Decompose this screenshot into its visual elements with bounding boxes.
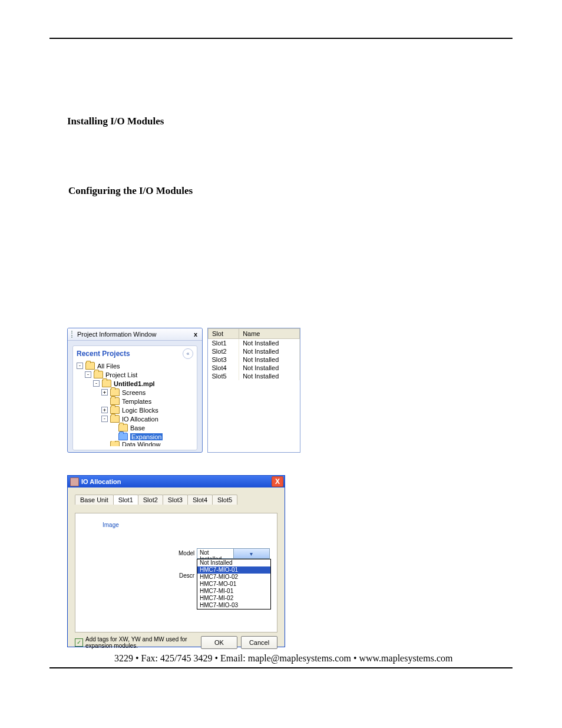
piw-pane: Recent Projects « -All Files-Project Lis… xyxy=(72,345,197,450)
tree-item[interactable]: -Project List xyxy=(77,370,193,379)
folder-icon xyxy=(118,424,128,431)
tab-panel: Image Model Descr Not Installed ▾ Not In… xyxy=(75,513,277,633)
tree-item-label: All Files xyxy=(97,363,120,370)
group-image-label: Image xyxy=(103,522,119,528)
tab-base-unit[interactable]: Base Unit xyxy=(75,495,114,505)
tree-item[interactable]: -All Files xyxy=(77,361,193,370)
heading-configuring: Configuring the I/O Modules xyxy=(68,185,193,197)
dropdown-option[interactable]: Not Installed xyxy=(197,559,270,566)
tree-item-label: Templates xyxy=(122,398,151,405)
heading-installing: Installing I/O Modules xyxy=(67,116,164,127)
tree-item-label: Logic Blocks xyxy=(122,407,158,414)
folder-icon xyxy=(110,441,120,446)
collapse-icon[interactable]: « xyxy=(183,348,193,359)
cell-name: Not Installed xyxy=(239,355,300,364)
tree-item-label: Screens xyxy=(122,389,146,396)
rule-bottom xyxy=(49,667,513,668)
addtags-label: Add tags for XW, YW and MW used for expa… xyxy=(85,636,197,649)
tree-item[interactable]: Expansion xyxy=(77,432,193,441)
collapse-icon[interactable]: - xyxy=(93,380,100,387)
model-select-value: Not Installed xyxy=(197,549,233,558)
table-row[interactable]: Slot2Not Installed xyxy=(209,347,300,355)
tree-item[interactable]: +Screens xyxy=(77,388,193,397)
description-label: Descr xyxy=(179,572,194,579)
close-icon[interactable]: x xyxy=(191,331,200,338)
grip-icon xyxy=(71,331,75,338)
folder-icon xyxy=(94,371,103,378)
tab-slot2[interactable]: Slot2 xyxy=(138,495,163,505)
toggle-spacer xyxy=(110,424,116,431)
model-select[interactable]: Not Installed ▾ xyxy=(197,548,270,559)
folder-icon xyxy=(110,397,120,405)
cell-name: Not Installed xyxy=(239,347,300,355)
table-row[interactable]: Slot3Not Installed xyxy=(209,355,300,364)
model-label: Model xyxy=(178,550,194,556)
slot-list-window: Slot Name Slot1Not InstalledSlot2Not Ins… xyxy=(207,328,300,453)
folder-icon xyxy=(110,406,120,414)
cell-name: Not Installed xyxy=(239,364,300,372)
col-slot[interactable]: Slot xyxy=(209,329,239,339)
tree-item-label: Expansion xyxy=(130,433,163,440)
tree-item[interactable]: Base xyxy=(77,423,193,432)
close-icon[interactable]: X xyxy=(272,476,283,487)
piw-title: Project Information Window xyxy=(77,331,191,338)
folder-icon xyxy=(102,380,111,387)
rule-top xyxy=(49,38,513,39)
tab-slot3[interactable]: Slot3 xyxy=(163,495,188,505)
tab-slot1[interactable]: Slot1 xyxy=(113,495,138,505)
ioa-titlebar: IO Allocation X xyxy=(68,476,285,487)
cell-slot: Slot3 xyxy=(209,355,239,364)
folder-icon xyxy=(85,362,95,370)
table-row[interactable]: Slot5Not Installed xyxy=(209,372,300,380)
tree-item-label: Data Window xyxy=(122,441,160,446)
cell-name: Not Installed xyxy=(239,339,300,348)
project-tree[interactable]: -All Files-Project List-Untitled1.mpl+Sc… xyxy=(77,361,193,446)
tree-item-label: Base xyxy=(130,424,145,431)
io-allocation-dialog: IO Allocation X Base UnitSlot1Slot2Slot3… xyxy=(67,475,285,647)
tree-item[interactable]: Data Window xyxy=(77,441,193,446)
tab-strip: Base UnitSlot1Slot2Slot3Slot4Slot5 xyxy=(75,495,285,505)
tree-item[interactable]: +Logic Blocks xyxy=(77,406,193,414)
collapse-icon[interactable]: - xyxy=(101,416,108,422)
cell-slot: Slot4 xyxy=(209,364,239,372)
folder-icon xyxy=(110,415,120,423)
cell-slot: Slot1 xyxy=(209,339,239,348)
recent-projects-label: Recent Projects xyxy=(77,350,130,358)
ok-button[interactable]: OK xyxy=(201,636,237,649)
toggle-spacer xyxy=(101,398,108,404)
col-name[interactable]: Name xyxy=(239,329,300,339)
tab-slot5[interactable]: Slot5 xyxy=(212,495,237,505)
cell-slot: Slot2 xyxy=(209,347,239,355)
app-icon xyxy=(70,477,79,486)
description-box xyxy=(197,570,270,603)
tree-item[interactable]: -Untitled1.mpl xyxy=(77,379,193,388)
tab-slot4[interactable]: Slot4 xyxy=(187,495,213,505)
cell-name: Not Installed xyxy=(239,372,300,380)
chevron-down-icon[interactable]: ▾ xyxy=(233,549,270,558)
collapse-icon[interactable]: - xyxy=(85,371,91,378)
tree-item-label: IO Allocation xyxy=(122,416,158,423)
project-info-window: Project Information Window x Recent Proj… xyxy=(67,328,203,453)
expand-icon[interactable]: + xyxy=(101,407,108,413)
page-footer: 3229 • Fax: 425/745 3429 • Email: maple@… xyxy=(114,653,452,664)
table-row[interactable]: Slot1Not Installed xyxy=(209,339,300,348)
folder-icon xyxy=(110,388,120,396)
cancel-button[interactable]: Cancel xyxy=(241,636,277,649)
table-row[interactable]: Slot4Not Installed xyxy=(209,364,300,372)
cell-slot: Slot5 xyxy=(209,372,239,380)
addtags-checkbox[interactable] xyxy=(75,638,83,647)
tree-item[interactable]: -IO Allocation xyxy=(77,414,193,423)
folder-icon xyxy=(118,433,128,440)
tree-item[interactable]: Templates xyxy=(77,397,193,406)
tree-item-label: Untitled1.mpl xyxy=(114,380,155,387)
expand-icon[interactable]: + xyxy=(101,389,108,396)
collapse-icon[interactable]: - xyxy=(77,363,83,369)
piw-titlebar: Project Information Window x xyxy=(68,328,202,341)
toggle-spacer xyxy=(101,441,108,446)
toggle-spacer xyxy=(110,433,116,440)
ioa-title-text: IO Allocation xyxy=(81,478,121,485)
tree-item-label: Project List xyxy=(105,371,137,378)
